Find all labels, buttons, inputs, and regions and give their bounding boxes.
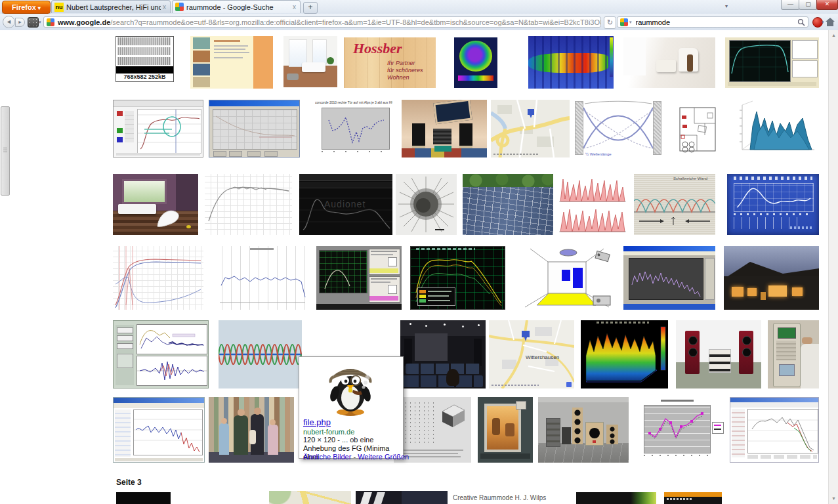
thumb-schallweiche[interactable]: Schallweiche Wand [634,174,715,235]
tooltip-filename-link[interactable]: file.php [303,417,331,427]
scroll-down-button[interactable]: ▼ [829,494,838,504]
thumb-rainbow-waterfall[interactable] [581,320,668,388]
text-line [214,49,245,50]
plot-bottom [136,356,207,386]
figure-man [234,415,248,455]
thumb-gray-software[interactable] [316,246,402,310]
thumb-shop-window[interactable] [478,397,533,463]
thumb-freq-chart-white[interactable] [205,174,292,235]
back-button[interactable]: ◄ [3,16,15,28]
thumb-excel-chart[interactable] [633,397,725,463]
tagline-line: Wohnen [387,74,423,81]
tab-raummode-close-icon[interactable]: x [291,3,297,10]
title-bar [209,100,299,106]
thumb-solar-panels[interactable] [463,174,553,235]
search-icon[interactable] [797,18,805,26]
plot-strip [117,47,171,55]
thumb-medical-machine[interactable] [768,320,819,388]
map-attribution [493,154,539,155]
close-button[interactable]: ✕ [816,0,838,10]
tab-nubert[interactable]: nu Nubert Lautsprecher, HiFi und Surrou.… [51,0,171,13]
thumb-concorde-chart[interactable]: concorde 2010 rechte Tür auf mit Alps je… [314,100,394,158]
thumb-speaker-room[interactable] [538,397,629,463]
person-blanket [801,344,819,388]
thumb-rew-software[interactable] [113,100,203,158]
firefox-menu-button[interactable]: Firefox ▾ [2,1,51,14]
thumb-partial-map[interactable] [269,491,351,504]
thumb-family-photo[interactable] [209,397,294,463]
thumb-red-speakers[interactable] [676,320,761,388]
thumb-hossber-logo[interactable]: Hossber Ihr Partner für schöneres Wohnen [344,37,436,88]
thumb-room-white[interactable] [283,36,337,87]
thumb-radial-blob[interactable] [396,174,457,235]
thumb-measure-software[interactable] [725,37,819,88]
search-bar[interactable]: ▾ [617,16,808,28]
pillow [287,74,299,80]
title-dashes [597,322,649,324]
thumb-white-software[interactable] [113,397,205,463]
speaker-left [412,123,425,146]
thumb-black-green-chart[interactable] [410,246,505,310]
thumb-sine-waves[interactable] [219,320,302,388]
url-bar[interactable]: www.google.de/search?q=raummode&oe=utf-8… [43,16,601,28]
thumb-floor-plan[interactable] [675,104,721,156]
search-input[interactable] [635,18,797,27]
list-all-tabs-button[interactable]: ▾ [722,3,731,11]
thumb-standing-wave[interactable]: ½ Wellenlänge [575,100,661,158]
tab-nubert-close-icon[interactable]: x [161,3,167,10]
home-icon[interactable] [826,18,835,26]
thumb-pink-waterfalls[interactable] [556,174,629,235]
thumb-teal-waterfall[interactable] [730,100,819,158]
thumb-dark-listening-room[interactable] [400,320,486,388]
machine-module [779,364,795,376]
title-bar [114,398,204,403]
thumb-gray-window[interactable] [209,100,300,158]
maximize-button[interactable]: ▢ [799,0,818,10]
thumb-map-1[interactable] [491,100,570,158]
tooltip-sizes-link[interactable]: Weitere Größen [358,453,409,461]
thumb-ktb-chart[interactable] [213,246,310,310]
thumb-webpage-cream[interactable] [190,36,273,89]
thumb-wave-plots-framed[interactable]: 768x582 252kB [115,36,174,82]
lcd-header [734,177,812,180]
thumb-room-sketch[interactable] [518,246,614,310]
new-tab-button[interactable]: + [303,2,318,14]
button-row [747,455,817,459]
lcd-grid [734,183,814,212]
thumb-partial-dark-chart[interactable] [576,492,656,504]
thumb-attic-room[interactable] [402,100,487,158]
thumb-audionet[interactable]: Audionet [299,174,392,235]
thumb-curves-software[interactable] [730,397,819,463]
thumb-partial-orange-bar[interactable] [664,492,722,504]
thumb-impulse-software[interactable] [113,320,209,388]
dialog-line [371,251,397,252]
titlebar: Firefox ▾ nu Nubert Lautsprecher, HiFi u… [0,0,838,14]
tooltip-similar-link[interactable]: Ähnliche Bilder [303,453,351,461]
thumb-partial-black[interactable] [116,492,171,504]
scroll-up-button[interactable]: ▲ [829,30,838,41]
button [117,335,133,341]
minimize-button[interactable]: — [781,0,800,10]
thumb-spectrogram[interactable] [528,36,614,89]
thumb-white-furniture[interactable] [623,37,715,88]
dialog-1 [369,249,400,275]
scrollbar-thumb[interactable] [1,106,10,196]
thumb-map-wittershausen[interactable]: Wittershausen [489,320,574,388]
thumb-purple-noise-app[interactable] [623,246,715,310]
search-engine-caret-icon[interactable]: ▾ [629,20,632,25]
page-section-label: Seite 3 [116,478,142,487]
panels [463,187,553,235]
forward-button[interactable]: ► [15,18,25,27]
thumb-purple-room[interactable] [113,174,198,235]
thumb-house-dusk[interactable] [724,246,819,310]
reload-button[interactable]: ↻ [604,16,616,29]
thumb-partial-dark-letters[interactable] [356,491,448,504]
thumb-balloon-plot[interactable] [454,37,497,88]
vertical-scrollbar[interactable]: ▲ ▼ [828,30,838,504]
bookmarks-button[interactable] [28,17,39,28]
toolbar [114,100,203,107]
thumb-multicurve-chart[interactable] [113,246,203,310]
thumb-blue-lcd[interactable] [727,174,819,235]
tab-raummode[interactable]: raummode - Google-Suche x [172,0,301,13]
results-page: 768x582 252kB Hossber Ihr Partner [0,30,828,504]
